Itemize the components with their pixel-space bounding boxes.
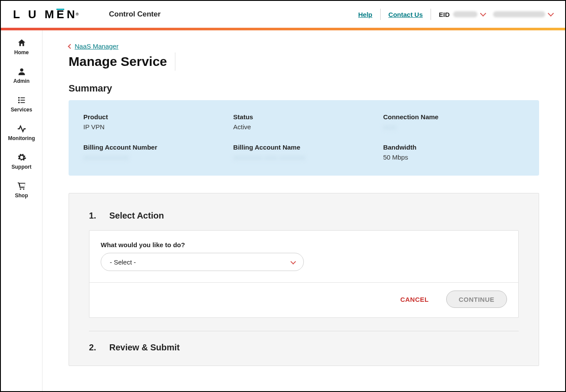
eid-dropdown[interactable]: EID xyxy=(439,11,485,18)
sidebar-item-monitoring[interactable]: Monitoring xyxy=(1,124,42,141)
summary-title: Summary xyxy=(69,83,539,94)
step-2-header: 2. Review & Submit xyxy=(89,343,519,353)
action-select-value: - Select - xyxy=(110,258,136,266)
header-right: Help Contact Us EID xyxy=(358,9,553,20)
summary-connection-name: Connection Name xxxx xyxy=(383,113,524,131)
summary-label: Status xyxy=(233,113,374,121)
svg-point-8 xyxy=(23,189,24,190)
breadcrumb: NaaS Manager xyxy=(69,42,539,50)
summary-value: IP VPN xyxy=(83,123,224,131)
sidebar: Home Admin Services Monitoring Support S… xyxy=(1,30,43,391)
account-name-redacted xyxy=(493,11,545,17)
divider xyxy=(431,9,431,20)
summary-card: Product IP VPN Status Active Connection … xyxy=(69,100,539,176)
sidebar-item-label: Monitoring xyxy=(8,135,35,141)
list-icon xyxy=(17,95,26,105)
breadcrumb-link-naas-manager[interactable]: NaaS Manager xyxy=(75,42,118,50)
sidebar-item-home[interactable]: Home xyxy=(1,38,42,56)
summary-value: Active xyxy=(233,123,374,131)
summary-label: Connection Name xyxy=(383,113,524,121)
summary-billing-account-number: Billing Account Number xxxxxxxxxxxxxx xyxy=(83,144,224,161)
svg-rect-4 xyxy=(20,100,25,101)
step-1-body: What would you like to do? - Select - CA… xyxy=(89,230,519,318)
svg-point-0 xyxy=(20,69,23,72)
sidebar-item-label: Shop xyxy=(15,193,28,199)
chevron-down-icon xyxy=(480,10,486,16)
app-name: Control Center xyxy=(109,10,161,19)
svg-point-5 xyxy=(18,102,20,104)
continue-button[interactable]: CONTINUE xyxy=(446,291,507,308)
summary-billing-account-name: Billing Account Name xxxxxxxxx xxxx xxxx… xyxy=(233,144,374,161)
sidebar-item-admin[interactable]: Admin xyxy=(1,67,42,84)
summary-product: Product IP VPN xyxy=(83,113,224,131)
registered-mark: ® xyxy=(76,12,79,16)
action-field-label: What would you like to do? xyxy=(101,241,507,248)
sidebar-item-shop[interactable]: Shop xyxy=(1,181,42,199)
step-1-header: 1. Select Action xyxy=(89,211,519,221)
summary-value-redacted: xxxxxxxxxxxxxx xyxy=(83,154,224,161)
svg-rect-6 xyxy=(20,102,25,103)
sidebar-item-services[interactable]: Services xyxy=(1,95,42,113)
help-link[interactable]: Help xyxy=(358,11,372,18)
step-title: Review & Submit xyxy=(109,343,180,353)
chevron-left-icon xyxy=(68,44,72,49)
step-number: 1. xyxy=(89,211,96,221)
sidebar-item-label: Home xyxy=(14,49,29,56)
action-select-wrap: - Select - xyxy=(101,253,304,271)
svg-point-1 xyxy=(18,97,20,99)
action-select[interactable]: - Select - xyxy=(101,253,304,271)
header: L U M E N® Control Center Help Contact U… xyxy=(1,1,565,28)
contact-us-link[interactable]: Contact Us xyxy=(388,11,423,18)
summary-label: Billing Account Name xyxy=(233,144,374,151)
page-heading: Manage Service xyxy=(69,52,539,71)
eid-value-redacted xyxy=(453,11,477,17)
summary-value-redacted: xxxxxxxxx xxxx xxxxxxxx xyxy=(233,154,374,161)
activity-icon xyxy=(17,124,26,134)
divider xyxy=(89,331,519,331)
main-content: NaaS Manager Manage Service Summary Prod… xyxy=(43,30,565,391)
summary-value: 50 Mbps xyxy=(383,154,524,161)
divider xyxy=(380,9,381,20)
user-icon xyxy=(17,67,26,76)
summary-status: Status Active xyxy=(233,113,374,131)
summary-bandwidth: Bandwidth 50 Mbps xyxy=(383,144,524,161)
svg-point-7 xyxy=(20,189,21,190)
sidebar-item-support[interactable]: Support xyxy=(1,153,42,170)
lumen-logo[interactable]: L U M E N® xyxy=(13,8,79,21)
step-title: Select Action xyxy=(109,211,164,221)
step-number: 2. xyxy=(89,343,96,353)
account-dropdown[interactable] xyxy=(493,11,553,17)
gear-icon xyxy=(17,153,26,162)
svg-rect-2 xyxy=(20,98,25,98)
cancel-button[interactable]: CANCEL xyxy=(400,296,429,303)
sidebar-item-label: Admin xyxy=(13,78,30,84)
step-1-actions: CANCEL CONTINUE xyxy=(89,282,518,317)
divider xyxy=(175,52,175,71)
summary-value-redacted: xxxx xyxy=(383,123,524,131)
wizard-panel: 1. Select Action What would you like to … xyxy=(69,193,539,366)
svg-point-3 xyxy=(18,99,20,101)
home-icon xyxy=(17,38,26,48)
summary-label: Bandwidth xyxy=(383,144,524,151)
sidebar-item-label: Support xyxy=(12,164,32,170)
eid-label: EID xyxy=(439,11,450,18)
sidebar-item-label: Services xyxy=(11,107,32,113)
cart-icon xyxy=(17,181,26,191)
page-title: Manage Service xyxy=(69,54,167,69)
chevron-down-icon xyxy=(548,10,554,16)
summary-label: Product xyxy=(83,113,224,121)
summary-label: Billing Account Number xyxy=(83,144,224,151)
